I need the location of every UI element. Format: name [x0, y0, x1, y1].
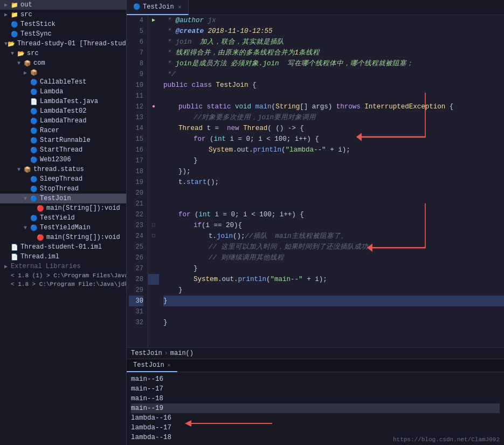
line-num: 7 [129, 47, 143, 58]
file-icon: 📄 [30, 98, 38, 105]
gutter-empty [148, 177, 159, 188]
sidebar-item-web12306[interactable]: 🔵 Web12306 [0, 155, 126, 165]
sidebar-item-jdk2[interactable]: < 1.8 > C:\Program File:\Java\jdk1.8 [0, 280, 126, 289]
sidebar-item-out[interactable]: ▶ 📁 out [0, 0, 126, 10]
code-area[interactable]: 4 5 6 7 8 9 10 11 12 13 14 15 16 17 [127, 15, 504, 347]
code-line-7: * 线程得合并，由原来的多条线程合并为1条线程 [163, 47, 504, 58]
sidebar-item-label: Thread-study-01 [Thread-student-0 [17, 40, 127, 47]
file-icon: 📄 [11, 254, 18, 261]
line-num: 27 [129, 263, 143, 274]
tree-arrow: ▶ [4, 263, 11, 270]
code-line-32: } [163, 317, 504, 328]
tab-testjoin[interactable]: 🔵 TestJoin ✕ [127, 0, 189, 15]
sidebar-item-com[interactable]: ▼ 📦 com [0, 58, 126, 68]
code-line-11 [163, 91, 504, 101]
line-num: 26 [129, 252, 143, 263]
sidebar-item-main-method[interactable]: 🔴 main(String[]):void [0, 203, 126, 213]
line-num: 29 [129, 285, 143, 296]
sidebar-item-racer[interactable]: 🔵 Racer [0, 126, 126, 135]
console-line: main--18 [131, 394, 500, 403]
sidebar-item-testyield[interactable]: 🔵 TestYield [0, 213, 126, 223]
tree-arrow: ▶ [24, 70, 30, 76]
code-area-wrapper: 4 5 6 7 8 9 10 11 12 13 14 15 16 17 [127, 15, 504, 347]
sidebar-item-src[interactable]: ▶ 📁 src [0, 10, 126, 19]
line-num: 14 [129, 123, 143, 134]
gutter-empty [148, 112, 159, 123]
tree-arrow: ▶ [4, 11, 11, 18]
code-line-6: * join 加入，联合，其实就是插队 [163, 37, 504, 47]
gutter-empty [148, 188, 159, 198]
tab-close-icon[interactable]: ✕ [178, 4, 182, 10]
gutter-marker: □ [148, 220, 159, 231]
tree-arrow: ▼ [17, 167, 24, 173]
line-numbers: 4 5 6 7 8 9 10 11 12 13 14 15 16 17 [127, 15, 148, 347]
console-tab-testjoin[interactable]: TestJoin ✕ [127, 359, 177, 372]
class-icon: 🔵 [30, 137, 38, 144]
sidebar-item-testjoin[interactable]: ▼ 🔵 TestJoin [0, 194, 126, 203]
line-num: 18 [129, 166, 143, 177]
code-content[interactable]: * @author jx * @create 2018-11-10-12:55 … [159, 15, 504, 347]
gutter-marker: □ [148, 231, 159, 242]
console-tab-close-icon[interactable]: ✕ [168, 362, 171, 368]
line-num: 23 [129, 220, 143, 231]
tab-label: TestJoin [143, 3, 174, 11]
gutter-empty [148, 166, 159, 177]
code-line-26: // 则继续调用其他线程 [163, 252, 504, 263]
sidebar-item-teststick[interactable]: 🔵 TestStick [0, 19, 126, 29]
line-num: 30 [129, 296, 143, 306]
code-line-20 [163, 188, 504, 198]
sidebar-item-thread-status[interactable]: ▼ 📦 thread.status [0, 165, 126, 174]
console-text: main--19 [131, 405, 163, 412]
sidebar-item-lambdatest02[interactable]: 🔵 LambdaTest02 [0, 106, 126, 116]
sidebar-item-testsync[interactable]: 🔵 TestSync [0, 29, 126, 39]
sidebar: ▶ 📁 out ▶ 📁 src 🔵 TestStick 🔵 TestSync ▼… [0, 0, 127, 445]
console-text: lambda--17 [131, 424, 171, 432]
sidebar-item-src2[interactable]: ▼ 📂 src [0, 49, 126, 58]
gutter-empty [148, 263, 159, 274]
sidebar-item-lambdathread[interactable]: 🔵 LambdaThread [0, 116, 126, 126]
console-tabs: TestJoin ✕ [127, 359, 504, 372]
sidebar-item-label: TestStick [20, 20, 56, 28]
line-num: 19 [129, 177, 143, 188]
code-line-13: //对象要多次使用，join要用对象调用 [163, 112, 504, 123]
sidebar-item-startrunnable[interactable]: 🔵 StartRunnable [0, 135, 126, 145]
line-num: 32 [129, 317, 143, 328]
line-num: 11 [129, 91, 143, 101]
sidebar-item-lambdatest-java[interactable]: 📄 LambdaTest.java [0, 97, 126, 106]
console-tab-label: TestJoin [133, 361, 164, 369]
sidebar-item-iml1[interactable]: 📄 Thread-student-01.iml [0, 242, 126, 252]
sidebar-item-main-method2[interactable]: 🔴 main(String[]):void [0, 232, 126, 242]
sidebar-item-blank-package[interactable]: ▶ 📦 [0, 68, 126, 77]
sidebar-item-startthread[interactable]: 🔵 StartThread [0, 145, 126, 155]
line-num: 12 [129, 101, 143, 112]
class-icon: 🔵 [11, 21, 18, 28]
tabs-bar: 🔵 TestJoin ✕ [127, 0, 504, 15]
gutter-empty [148, 252, 159, 263]
sidebar-item-thread-study[interactable]: ▼ 📂 Thread-study-01 [Thread-student-0 [0, 39, 126, 49]
console-output[interactable]: main--16 main--17 main--18 main--19 lamb… [127, 372, 504, 445]
code-line-14: Thread t = new Thread( () -> { [163, 123, 504, 134]
gutter-empty [148, 134, 159, 145]
sidebar-item-label: out [20, 1, 32, 9]
console-text: main--17 [131, 385, 163, 393]
code-line-5: * @create 2018-11-10-12:55 [163, 26, 504, 37]
gutter-empty [148, 69, 159, 80]
class-icon: 🔵 [30, 224, 38, 231]
class-icon: 🔵 [30, 195, 38, 202]
sidebar-item-lambda[interactable]: 🔵 Lambda [0, 87, 126, 97]
sidebar-section-external[interactable]: ▶ External Libraries [0, 262, 126, 271]
code-line-19: t.start(); [163, 177, 504, 188]
sidebar-item-testyieldmain[interactable]: ▼ 🔵 TestYieldMain [0, 223, 126, 232]
code-line-25: // 这里可以加入时间，如果时间到了还没插队成功， [163, 242, 504, 252]
module-icon: 📂 [8, 40, 15, 47]
class-icon: 🔵 [30, 88, 38, 95]
sidebar-item-stopthread[interactable]: 🔵 StopThread [0, 184, 126, 194]
gutter-empty [148, 37, 159, 47]
sidebar-item-label: TestSync [20, 30, 52, 38]
tree-arrow: ▼ [17, 60, 24, 66]
sidebar-item-sleepthread[interactable]: 🔵 SleepThread [0, 174, 126, 184]
editor-container: 🔵 TestJoin ✕ 4 5 6 7 8 9 10 [127, 0, 504, 445]
sidebar-item-iml2[interactable]: 📄 Thread.iml [0, 252, 126, 262]
sidebar-item-callabletest[interactable]: 🔵 CallableTest [0, 77, 126, 87]
sidebar-item-jdk1[interactable]: < 1.8 (1) > C:\Program Files\Java\jdl [0, 271, 126, 280]
